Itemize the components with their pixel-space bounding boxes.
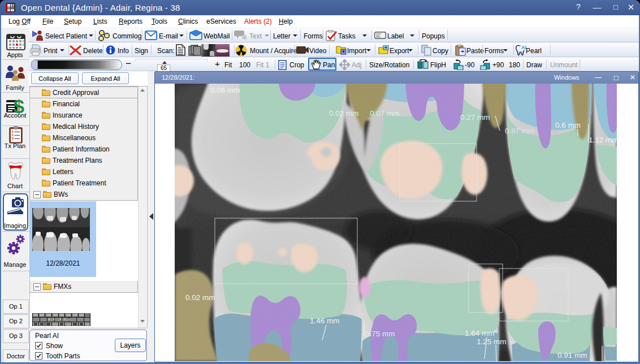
- svg-text:0.87 mm: 0.87 mm: [505, 127, 535, 135]
- svg-text:0.75 mm: 0.75 mm: [365, 330, 395, 338]
- svg-text:3: 3: [12, 137, 14, 140]
- svg-text:0.91 mm: 0.91 mm: [557, 351, 587, 359]
- svg-text:2: 2: [12, 133, 14, 137]
- svg-text:0.06 mm: 0.06 mm: [210, 86, 240, 94]
- svg-text:0.27 mm: 0.27 mm: [460, 113, 490, 122]
- svg-text:0.02 mm: 0.02 mm: [185, 293, 215, 302]
- svg-text:1.64 mm: 1.64 mm: [465, 329, 495, 337]
- svg-text:1.46 mm: 1.46 mm: [310, 317, 340, 325]
- svg-text:1.12 mm: 1.12 mm: [589, 136, 617, 144]
- svg-text:0.07 mm: 0.07 mm: [370, 109, 400, 118]
- svg-text:1.25 mm: 1.25 mm: [477, 337, 507, 346]
- svg-text:1: 1: [12, 130, 14, 133]
- svg-text:0.6 mm: 0.6 mm: [555, 121, 581, 129]
- svg-text:0.02 mm: 0.02 mm: [329, 109, 359, 118]
